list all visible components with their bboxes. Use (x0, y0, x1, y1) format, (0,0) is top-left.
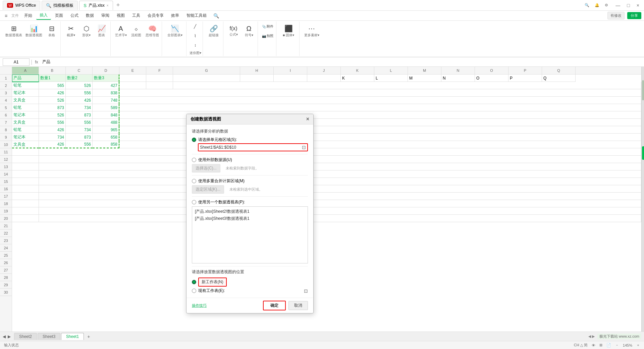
radio-multirange-label[interactable]: 使用多重合并计算区域(M) (198, 178, 245, 184)
search-menu-icon[interactable]: 🔍 (213, 13, 219, 18)
cell-rest-17[interactable] (39, 193, 641, 200)
row-num-30[interactable]: 30 (0, 289, 12, 296)
col-header-H[interactable]: H (240, 67, 274, 74)
close-btn[interactable]: × (635, 2, 641, 9)
cell-D8[interactable]: 965 (93, 126, 119, 134)
menu-tools[interactable]: 工具 (129, 12, 144, 19)
solid-btn[interactable]: ⬛ ■ 固体▾ (279, 22, 298, 40)
more-btn[interactable]: ⋯ 更多素材▾ (302, 22, 321, 40)
col-header-B[interactable]: B (39, 67, 66, 74)
view-page-icon[interactable]: 📄 (606, 343, 611, 347)
shape-btn[interactable]: ⬡ 形状▾ (79, 22, 94, 40)
sheet-tab-sheet2[interactable]: Sheet2 (14, 333, 37, 340)
cell-B10[interactable]: 426 (39, 141, 66, 148)
cell-D10[interactable]: 858 (93, 141, 119, 148)
cell-rest-15[interactable] (39, 178, 641, 185)
settings-icon[interactable]: ⚙ (605, 3, 608, 7)
cell-empty-15[interactable] (12, 178, 39, 185)
cell-G1[interactable] (173, 74, 240, 82)
maximize-btn[interactable]: □ (625, 2, 632, 9)
cell-B4[interactable]: 526 (39, 97, 66, 104)
cell-C4[interactable]: 426 (66, 97, 93, 104)
cell-C1[interactable]: 数量2 (66, 74, 93, 82)
row-num-26[interactable]: 26 (0, 259, 12, 266)
menu-member[interactable]: 会员专享 (144, 12, 167, 19)
pivot-list-item-2[interactable]: [产品.xlsx]Sheet3!数据透视表1 (194, 215, 306, 222)
pivot-chart-btn[interactable]: 📊 数据透视图 (24, 22, 44, 40)
cell-rest-18[interactable] (39, 200, 641, 207)
row-num-22[interactable]: 22 (0, 230, 12, 237)
add-sheet-btn[interactable]: + (85, 333, 93, 340)
row-num-25[interactable]: 25 (0, 252, 12, 259)
col-header-A[interactable]: A (12, 67, 39, 74)
sparkline-btn1[interactable]: ╱ (189, 22, 201, 31)
view-normal-icon[interactable]: 👁 (592, 343, 595, 347)
menu-start[interactable]: 开始 (21, 12, 36, 19)
row-num-1[interactable]: 1 (0, 74, 12, 82)
col-header-O[interactable]: O (475, 67, 508, 74)
range-input[interactable] (200, 145, 274, 150)
row-num-15[interactable]: 15 (0, 178, 12, 185)
row-num-11[interactable]: 11 (0, 148, 12, 156)
menu-efficiency[interactable]: 效率 (168, 12, 182, 19)
cell-B5[interactable]: 873 (39, 104, 66, 111)
cell-P1[interactable]: P (508, 74, 542, 82)
menu-review[interactable]: 审阅 (98, 12, 113, 19)
cell-empty-12[interactable] (12, 156, 39, 163)
cell-C8[interactable]: 734 (66, 126, 93, 134)
radio-existsheet[interactable] (192, 289, 196, 293)
cell-D4[interactable]: 748 (93, 97, 119, 104)
cell-B6[interactable]: 526 (39, 111, 66, 119)
cell-rest-13[interactable] (39, 163, 641, 170)
art-text-btn[interactable]: A 艺术字▾ (113, 22, 128, 40)
exist-sheet-picker-icon[interactable]: ⊡ (304, 288, 308, 294)
cell-D7[interactable]: 488 (93, 119, 119, 126)
cell-E1[interactable] (119, 74, 146, 82)
cell-I1[interactable] (274, 74, 307, 82)
file-tab[interactable]: S 产品.xlsx × (79, 1, 113, 10)
radio-select-range-label[interactable]: 请选择单元格区域(S): (198, 137, 237, 143)
sheet-tab-sheet1[interactable]: Sheet1 (61, 333, 84, 340)
cell-empty-18[interactable] (12, 200, 39, 207)
cell-D3[interactable]: 838 (93, 89, 119, 97)
menu-view[interactable]: 视图 (113, 12, 128, 19)
cell-D6[interactable]: 848 (93, 111, 119, 119)
menu-insert[interactable]: 插入 (36, 11, 51, 20)
row-num-20[interactable]: 20 (0, 215, 12, 222)
notification-icon[interactable]: 🔔 (595, 3, 599, 7)
cell-C10[interactable]: 556 (66, 141, 93, 148)
row-num-14[interactable]: 14 (0, 170, 12, 178)
cell-D5[interactable]: 589 (93, 104, 119, 111)
cell-H1[interactable] (240, 74, 274, 82)
template-tab[interactable]: 🔍 找模板模板 (42, 1, 78, 10)
range-picker-icon[interactable]: ⊡ (302, 145, 306, 150)
col-header-D[interactable]: D (93, 67, 119, 74)
sparkline-btn3[interactable]: ↕ (189, 41, 201, 50)
row-num-10[interactable]: 10 (0, 141, 12, 148)
wps-tab[interactable]: W WPS Office (3, 1, 40, 10)
cell-J1[interactable] (307, 74, 341, 82)
cell-C6[interactable]: 873 (66, 111, 93, 119)
radio-select-range[interactable] (192, 138, 196, 142)
cell-rest-16[interactable] (39, 185, 641, 193)
cell-F1[interactable] (146, 74, 173, 82)
cell-rest-14[interactable] (39, 170, 641, 178)
cell-rest-4[interactable] (119, 97, 641, 104)
cell-empty-13[interactable] (12, 163, 39, 170)
cell-A10[interactable]: 文具盒 (12, 141, 39, 148)
col-header-J[interactable]: J (307, 67, 341, 74)
zoom-out-btn[interactable]: － (615, 343, 619, 348)
cell-C7[interactable]: 556 (66, 119, 93, 126)
share-btn[interactable]: 分享 (627, 12, 641, 19)
flowchart-btn[interactable]: ⬦ 流程图 (129, 22, 144, 40)
cell-C3[interactable]: 556 (66, 89, 93, 97)
row-num-3[interactable]: 3 (0, 89, 12, 97)
user-label[interactable]: 有修改 (607, 12, 625, 19)
col-header-N[interactable]: N (441, 67, 475, 74)
menu-page[interactable]: 页面 (52, 12, 66, 19)
search-btn[interactable]: 🔍 (585, 3, 589, 7)
cell-A2[interactable]: 铅笔 (12, 82, 39, 89)
cell-B7[interactable]: 556 (39, 119, 66, 126)
cell-rest-2[interactable] (173, 82, 641, 89)
sheet-nav-right[interactable]: ▶ (8, 334, 11, 339)
